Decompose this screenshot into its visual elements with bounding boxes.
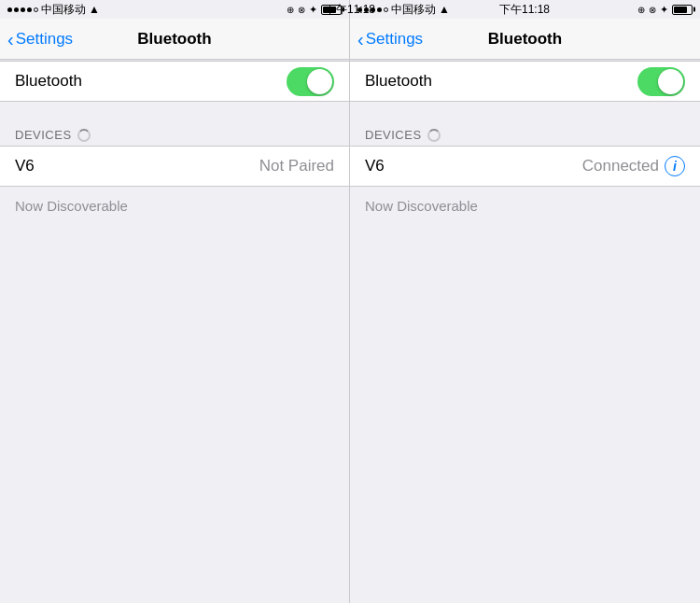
device-status-right: Connected i <box>582 156 685 176</box>
rdot4 <box>377 7 382 12</box>
time-right: 下午11:18 <box>499 2 550 18</box>
info-icon-right[interactable]: i <box>665 156 685 176</box>
back-label-left[interactable]: Settings <box>16 30 73 49</box>
toggle-knob-right <box>658 69 683 94</box>
devices-header-left: DEVICES <box>0 120 349 146</box>
bluetooth-toggle-right[interactable] <box>637 67 685 96</box>
dot2 <box>14 7 19 12</box>
toggle-knob-left <box>307 69 332 94</box>
device-status-text-left: Not Paired <box>259 157 334 175</box>
nav-title-left: Bluetooth <box>137 30 211 49</box>
signal-dots <box>7 7 38 12</box>
gap-right <box>350 102 700 120</box>
dot4 <box>27 7 32 12</box>
back-label-right[interactable]: Settings <box>366 30 423 49</box>
device-status-left: Not Paired <box>259 157 334 175</box>
bluetooth-icon-left: ✦ <box>309 4 317 16</box>
gap-left <box>0 102 349 120</box>
device-name-right: V6 <box>365 157 385 175</box>
device-name-left: V6 <box>15 157 35 175</box>
bluetooth-toggle-left[interactable] <box>287 67 334 96</box>
dot1 <box>7 7 12 12</box>
chevron-right-icon: ‹ <box>357 30 364 49</box>
wifi-icon-left: ▲ <box>89 3 100 16</box>
status-left: 中国移动 ▲ <box>7 2 100 18</box>
wifi-icon-right: ▲ <box>439 3 450 16</box>
status-right-left: ⊕ ⊗ ✦ <box>287 4 342 16</box>
rotate-icon-right: ⊗ <box>649 5 656 15</box>
battery-fill-right <box>674 7 687 13</box>
status-right-right: ⊕ ⊗ ✦ <box>637 4 693 16</box>
nav-bar-right: ‹ Settings Bluetooth <box>350 19 700 60</box>
bluetooth-label-right: Bluetooth <box>365 72 432 91</box>
battery-fill-left <box>323 7 336 13</box>
rotate-icon-left: ⊗ <box>298 5 305 15</box>
bluetooth-row-left: Bluetooth <box>0 61 349 102</box>
status-bar-right: 中国移动 ▲ 下午11:18 ⊕ ⊗ ✦ <box>350 0 700 19</box>
devices-label-right: DEVICES <box>365 128 422 142</box>
content-left: Bluetooth DEVICES V6 Not Paired Now Disc… <box>0 60 349 603</box>
nav-title-right: Bluetooth <box>488 30 562 49</box>
nav-bar-left: ‹ Settings Bluetooth <box>0 19 349 60</box>
bluetooth-icon-right: ✦ <box>660 4 668 16</box>
dot3 <box>21 7 25 12</box>
location-icon-left: ⊕ <box>287 5 294 15</box>
location-icon-right: ⊕ <box>637 5 645 15</box>
bluetooth-row-right: Bluetooth <box>350 61 700 102</box>
device-row-left[interactable]: V6 Not Paired <box>0 146 349 187</box>
left-panel: 中国移动 ▲ 下午11:18 ⊕ ⊗ ✦ ‹ Settings Bluetoot… <box>0 0 350 603</box>
back-button-left[interactable]: ‹ Settings <box>7 30 73 49</box>
right-panel: 中国移动 ▲ 下午11:18 ⊕ ⊗ ✦ ‹ Settings Bluetoot… <box>350 0 700 603</box>
chevron-left-icon: ‹ <box>7 30 14 49</box>
devices-header-right: DEVICES <box>350 120 700 146</box>
spinner-left <box>77 129 91 142</box>
battery-right <box>672 5 693 15</box>
carrier-right: 中国移动 <box>391 2 436 18</box>
content-right: Bluetooth DEVICES V6 Connected i Now Dis… <box>350 60 700 603</box>
device-row-right[interactable]: V6 Connected i <box>350 146 700 187</box>
rdot5 <box>384 7 388 12</box>
devices-label-left: DEVICES <box>15 128 72 142</box>
back-button-right[interactable]: ‹ Settings <box>357 30 423 49</box>
bluetooth-label-left: Bluetooth <box>15 72 82 91</box>
device-status-text-right: Connected <box>582 157 659 175</box>
carrier-left: 中国移动 <box>41 2 86 18</box>
dot5 <box>34 7 38 12</box>
discoverable-right: Now Discoverable <box>350 187 700 225</box>
spinner-right <box>427 129 441 142</box>
status-bar-left: 中国移动 ▲ 下午11:18 ⊕ ⊗ ✦ <box>0 0 349 19</box>
discoverable-left: Now Discoverable <box>0 187 349 225</box>
battery-left <box>321 5 342 15</box>
